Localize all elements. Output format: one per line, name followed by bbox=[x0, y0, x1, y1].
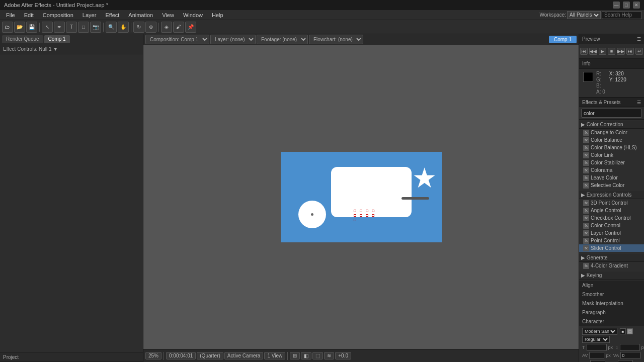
pixel-aspect-btn[interactable]: ⬚ bbox=[312, 352, 323, 359]
leading-input[interactable] bbox=[620, 344, 640, 351]
effect-color-balance[interactable]: fx Color Balance bbox=[579, 136, 644, 144]
generate-header[interactable]: ▶ Generate bbox=[579, 254, 644, 262]
effect-icon-10: fx bbox=[583, 208, 589, 214]
pan-behind-tool[interactable]: ⊕ bbox=[145, 22, 156, 33]
effect-angle-control[interactable]: fx Angle Control bbox=[579, 207, 644, 214]
view-count[interactable]: 1 View bbox=[264, 352, 285, 359]
flowchart-selector[interactable]: Flowchart: (none) bbox=[309, 35, 363, 44]
vert-scale-input[interactable] bbox=[590, 360, 605, 362]
render-queue-tab[interactable]: Render Queue bbox=[2, 35, 43, 43]
horiz-scale-input[interactable] bbox=[618, 360, 633, 362]
effect-colorama[interactable]: fx Colorama bbox=[579, 166, 644, 174]
menu-edit[interactable]: Edit bbox=[20, 11, 38, 19]
preview-loop[interactable]: ↩ bbox=[635, 48, 643, 55]
mask-feather-tool[interactable]: ◈ bbox=[161, 22, 172, 33]
workspace-selector[interactable]: All Panels bbox=[567, 11, 601, 19]
align-header[interactable]: Align bbox=[579, 281, 644, 290]
camera-tool[interactable]: 📷 bbox=[90, 22, 101, 33]
character-header[interactable]: Character bbox=[579, 317, 644, 326]
render-quality[interactable]: (Quarter) bbox=[197, 352, 223, 359]
motion-blur-btn[interactable]: ≋ bbox=[324, 352, 334, 359]
time-display[interactable]: 0:00:04:01 bbox=[166, 352, 196, 359]
preview-menu-icon[interactable]: ☰ bbox=[637, 37, 641, 42]
zoom-selector[interactable]: 25% bbox=[145, 352, 162, 359]
zoom-tool[interactable]: 🔍 bbox=[106, 22, 117, 33]
preview-step-forward[interactable]: ▶▶ bbox=[617, 48, 625, 55]
preview-step-back[interactable]: ◀◀ bbox=[589, 48, 597, 55]
select-tool[interactable]: ↖ bbox=[42, 22, 53, 33]
keying-header[interactable]: ▶ Keying bbox=[579, 272, 644, 280]
smoother-label: Smoother bbox=[582, 292, 604, 297]
font-style-selector[interactable]: Regular bbox=[582, 336, 610, 343]
transparency-btn[interactable]: ◧ bbox=[301, 352, 311, 359]
preview-play-pause[interactable]: ▶ bbox=[599, 48, 606, 55]
menu-composition[interactable]: Composition bbox=[39, 11, 77, 19]
align-label: Align bbox=[582, 283, 593, 288]
effects-presets-header[interactable]: Effects & Presets ☰ bbox=[579, 98, 644, 107]
puppet-pin-tool[interactable]: 📌 bbox=[185, 22, 196, 33]
toolbar-separator-3 bbox=[131, 23, 131, 32]
preview-skip-start[interactable]: ⏮ bbox=[580, 48, 588, 55]
menu-window[interactable]: Window bbox=[179, 11, 207, 19]
effects-search-input[interactable] bbox=[581, 109, 642, 118]
y-coord: Y: 1220 bbox=[609, 77, 626, 82]
comp1-view-tab[interactable]: Comp 1 bbox=[549, 36, 577, 43]
effect-point-control[interactable]: fx Point Control bbox=[579, 237, 644, 244]
menu-view[interactable]: View bbox=[158, 11, 178, 19]
text-tool[interactable]: T bbox=[66, 22, 77, 33]
effect-color-control[interactable]: fx Color Control bbox=[579, 222, 644, 229]
roto-brush-tool[interactable]: 🖌 bbox=[173, 22, 184, 33]
font-selector[interactable]: Modern Sans bbox=[582, 328, 617, 335]
text-color-swatch[interactable]: ■ bbox=[620, 328, 626, 334]
effect-slider-control[interactable]: fx Slider Control bbox=[579, 244, 644, 252]
effect-leave-color[interactable]: fx Leave Color bbox=[579, 174, 644, 182]
active-camera-selector[interactable]: Active Camera bbox=[224, 352, 264, 359]
rotation-tool[interactable]: ↻ bbox=[133, 22, 144, 33]
composition-selector[interactable]: Composition: Comp 1 bbox=[145, 35, 209, 44]
color-correction-header[interactable]: ▶ Color Correction bbox=[579, 121, 644, 129]
menu-help[interactable]: Help bbox=[208, 11, 227, 19]
close-button[interactable]: ✕ bbox=[633, 2, 640, 9]
shape-tool[interactable]: □ bbox=[78, 22, 89, 33]
new-project-button[interactable]: 🗁 bbox=[2, 22, 13, 33]
comp1-tab[interactable]: Comp 1 bbox=[44, 35, 70, 43]
open-button[interactable]: 📂 bbox=[14, 22, 25, 33]
menu-effect[interactable]: Effect bbox=[101, 11, 123, 19]
tracking-input[interactable] bbox=[620, 352, 640, 359]
effect-color-link[interactable]: fx Color Link bbox=[579, 151, 644, 159]
menu-layer[interactable]: Layer bbox=[78, 11, 101, 19]
kerning-input[interactable] bbox=[589, 352, 604, 359]
paragraph-header[interactable]: Paragraph bbox=[579, 308, 644, 317]
hand-tool[interactable]: ✋ bbox=[118, 22, 129, 33]
effect-selective-color[interactable]: fx Selective Color bbox=[579, 182, 644, 189]
help-search-input[interactable] bbox=[602, 11, 642, 19]
text-stroke-swatch[interactable]: □ bbox=[627, 328, 633, 334]
menu-animation[interactable]: Animation bbox=[124, 11, 157, 19]
x-coord: X: 320 bbox=[609, 71, 624, 76]
pen-tool[interactable]: ✒ bbox=[54, 22, 65, 33]
preview-skip-end[interactable]: ⏭ bbox=[626, 48, 634, 55]
footage-selector[interactable]: Footage: (none) bbox=[257, 35, 308, 44]
mask-interp-header[interactable]: Mask Interpolation bbox=[579, 299, 644, 308]
expression-controls-header[interactable]: ▶ Expression Controls bbox=[579, 191, 644, 199]
effect-change-to-color[interactable]: fx Change to Color bbox=[579, 129, 644, 136]
preview-stop[interactable]: ■ bbox=[608, 48, 615, 55]
menu-file[interactable]: File bbox=[2, 11, 19, 19]
effect-color-stabilizer[interactable]: fx Color Stabilizer bbox=[579, 159, 644, 166]
character-label: Character bbox=[582, 319, 604, 324]
smoother-header[interactable]: Smoother bbox=[579, 290, 644, 299]
save-button[interactable]: 💾 bbox=[26, 22, 37, 33]
preview-header-icons: ☰ bbox=[637, 37, 641, 42]
effect-checkbox-control[interactable]: fx Checkbox Control bbox=[579, 214, 644, 222]
effect-4color-gradient[interactable]: fx 4-Color Gradient bbox=[579, 262, 644, 269]
minimize-button[interactable]: — bbox=[613, 2, 620, 9]
effect-icon-11: fx bbox=[583, 215, 589, 221]
grid-btn[interactable]: ⊞ bbox=[290, 352, 300, 359]
font-size-input[interactable] bbox=[587, 344, 607, 351]
effect-color-balance-hls[interactable]: fx Color Balance (HLS) bbox=[579, 144, 644, 151]
layer-selector[interactable]: Layer: (none) bbox=[210, 35, 256, 44]
effects-menu-icon[interactable]: ☰ bbox=[637, 100, 641, 105]
maximize-button[interactable]: □ bbox=[623, 2, 630, 9]
effect-layer-control[interactable]: fx Layer Control bbox=[579, 229, 644, 237]
effect-3d-point[interactable]: fx 3D Point Control bbox=[579, 199, 644, 207]
